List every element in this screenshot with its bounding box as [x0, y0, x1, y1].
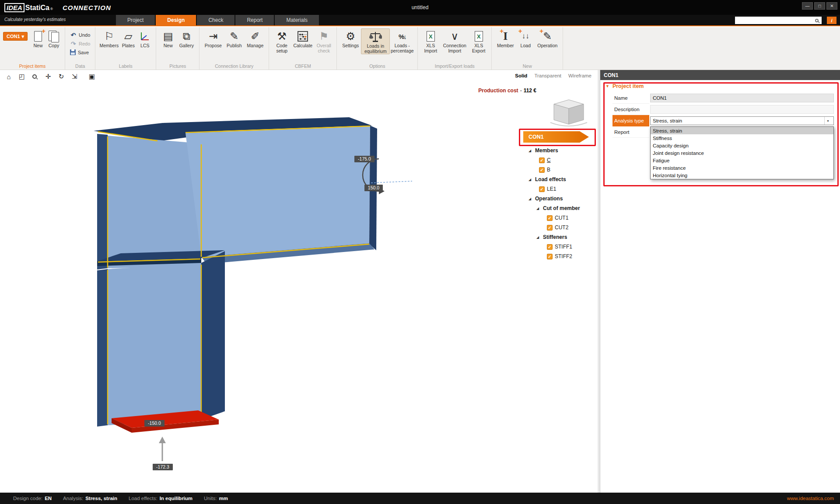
new-load-button[interactable]: ↓↓+ Load — [516, 28, 535, 49]
tree-group-operations[interactable]: ◢ Operations — [523, 194, 600, 203]
labels-members-button[interactable]: ⚐ Members — [98, 28, 119, 49]
ribbon-group-options: ⚙ Settings Loads in equilibrium %↓ Loads… — [337, 27, 418, 70]
tree-item-stiff1[interactable]: ✓ STIFF1 — [523, 242, 600, 252]
search-box[interactable] — [735, 17, 822, 24]
analysis-type-dropdown: Stress, strain Stiffness Capacity design… — [650, 126, 834, 179]
tab-check[interactable]: Check — [197, 15, 234, 25]
picture-new-button[interactable]: ▤ New — [159, 28, 177, 49]
tab-project[interactable]: Project — [116, 15, 155, 25]
propose-button[interactable]: ⇥ Propose — [203, 28, 224, 49]
publish-button[interactable]: ✎ Publish — [224, 28, 245, 49]
chevron-down-icon[interactable]: ▾ — [824, 117, 831, 125]
dropdown-option-horizontal-tying[interactable]: Horizontal tying — [651, 172, 833, 179]
tree-item-member-b[interactable]: ✓ B — [523, 165, 600, 175]
search-input[interactable] — [737, 18, 815, 23]
restore-button[interactable]: □ — [814, 2, 825, 10]
undo-button[interactable]: ↶Undo — [68, 31, 92, 38]
pan-button[interactable]: ✛ — [42, 71, 54, 82]
expander-icon[interactable]: ◢ — [528, 149, 533, 153]
view-mode-solid[interactable]: Solid — [515, 73, 527, 78]
code-setup-tools-icon: ⚒ — [277, 29, 287, 43]
expander-icon[interactable]: ◢ — [536, 235, 541, 239]
xls-export-button[interactable]: X XLS Export — [469, 28, 488, 53]
description-field[interactable] — [650, 105, 834, 114]
expander-icon[interactable]: ◢ — [528, 197, 533, 201]
labels-lcs-button[interactable]: LCS — [137, 28, 153, 49]
pencil-plus-icon: ✎+ — [543, 29, 552, 43]
tab-report[interactable]: Report — [235, 15, 274, 25]
new-operation-button[interactable]: ✎+ Operation — [535, 28, 560, 49]
dropdown-option-fire-resistance[interactable]: Fire resistance — [651, 164, 833, 172]
dropdown-option-fatigue[interactable]: Fatigue — [651, 157, 833, 164]
manage-button[interactable]: ✐ Manage — [245, 28, 266, 49]
picture-icon: ▤ — [163, 29, 173, 43]
settings-button[interactable]: ⚙ Settings — [340, 28, 361, 49]
loads-percentage-button[interactable]: %↓ Loads - percentage — [390, 28, 414, 53]
help-button[interactable]: i — [827, 17, 836, 24]
stiff2-checkbox[interactable]: ✓ — [547, 254, 553, 259]
zoom-button[interactable] — [29, 71, 41, 82]
view-mode-transparent[interactable]: Transparent — [534, 73, 561, 78]
render-mode-button[interactable]: ▣ — [86, 71, 98, 82]
analysis-type-select[interactable]: Stress, strain ▾ — [650, 116, 834, 125]
xls-import-button[interactable]: X XLS Import — [421, 28, 440, 53]
dropdown-option-stiffness[interactable]: Stiffness — [651, 134, 833, 142]
minimize-button[interactable]: — — [802, 2, 813, 10]
cut1-checkbox[interactable]: ✓ — [547, 215, 553, 221]
picture-gallery-button[interactable]: ⧉ Gallery — [177, 28, 196, 49]
connection-import-button[interactable]: ∨ Connection Import — [440, 28, 469, 53]
dropdown-option-capacity-design[interactable]: Capacity design — [651, 142, 833, 149]
analysis-type-label: Analysis type — [612, 115, 649, 126]
abacus-icon — [297, 29, 308, 43]
tab-design[interactable]: Design — [156, 15, 196, 25]
dropdown-option-joint-design-resistance[interactable]: Joint design resistance — [651, 149, 833, 157]
copy-project-item-button[interactable]: Copy — [46, 28, 62, 49]
loads-in-equilibrium-button[interactable]: Loads in equilibrium — [361, 28, 390, 54]
new-member-button[interactable]: I+ Member — [495, 28, 516, 49]
name-field[interactable]: CON1 — [650, 94, 834, 102]
member-b-checkbox[interactable]: ✓ — [539, 167, 545, 173]
dropdown-option-stress-strain[interactable]: Stress, strain — [651, 127, 833, 134]
tree-group-cut-of-member[interactable]: ◢ Cut of member — [523, 203, 600, 213]
member-c-checkbox[interactable]: ✓ — [539, 158, 545, 163]
redo-button[interactable]: ↷Redo — [68, 40, 92, 47]
tree-item-cut1[interactable]: ✓ CUT1 — [523, 213, 600, 223]
view-mode-wireframe[interactable]: Wireframe — [568, 73, 592, 78]
magnifier-icon — [32, 74, 37, 79]
website-link[interactable]: www.ideastatica.com — [787, 496, 834, 501]
save-button[interactable]: Save — [68, 49, 92, 56]
tab-materials[interactable]: Materials — [275, 15, 319, 25]
tree-item-le1[interactable]: ✓ LE1 — [523, 184, 600, 194]
tree-item-con1[interactable]: CON1 — [523, 131, 589, 143]
tree-item-stiff2[interactable]: ✓ STIFF2 — [523, 252, 600, 261]
description-label: Description — [612, 104, 649, 115]
load-effects-value: In equilibrium — [160, 496, 192, 501]
new-project-item-button[interactable]: + New — [30, 28, 46, 49]
close-button[interactable]: ✕ — [826, 2, 837, 10]
home-view-button[interactable]: ⌂ — [3, 71, 15, 82]
viewport-3d[interactable]: ⌂ ◰ ✛ ↻ ⇲ ▣ Solid Transparent Wireframe … — [0, 70, 598, 493]
code-setup-button[interactable]: ⚒ Code setup — [272, 28, 291, 53]
stiff1-checkbox[interactable]: ✓ — [547, 244, 553, 250]
cut2-checkbox[interactable]: ✓ — [547, 225, 553, 231]
column-left-flange-lower — [97, 269, 108, 427]
ribbon: CON1 ▾ + New Copy Project items ↶Undo ↷R… — [0, 27, 840, 70]
tree-group-load-effects[interactable]: ◢ Load effects — [523, 175, 600, 184]
tree-item-member-c[interactable]: ✓ C — [523, 155, 600, 165]
tree-item-cut2[interactable]: ✓ CUT2 — [523, 223, 600, 232]
tree-group-members[interactable]: ◢ Members — [523, 146, 600, 155]
section-project-item[interactable]: ▼ Project item — [600, 80, 840, 92]
expander-icon[interactable]: ◢ — [536, 206, 541, 210]
le1-checkbox[interactable]: ✓ — [539, 186, 545, 192]
con1-selector-button[interactable]: CON1 ▾ — [3, 32, 28, 41]
units-value: mm — [219, 496, 228, 501]
view-mode-switch: Solid Transparent Wireframe — [515, 73, 592, 78]
tree-group-stiffeners[interactable]: ◢ Stiffeners — [523, 232, 600, 242]
fit-view-button[interactable]: ⇲ — [68, 71, 80, 82]
calculate-button[interactable]: Calculate — [291, 28, 314, 49]
zoom-window-button[interactable]: ◰ — [16, 71, 28, 82]
expander-icon[interactable]: ◢ — [528, 178, 533, 182]
labels-plates-button[interactable]: ▱ Plates — [119, 28, 137, 49]
rotate-button[interactable]: ↻ — [55, 71, 67, 82]
ribbon-group-cbfem: ⚒ Code setup Calculate ⚑ Overall check C… — [269, 27, 337, 70]
